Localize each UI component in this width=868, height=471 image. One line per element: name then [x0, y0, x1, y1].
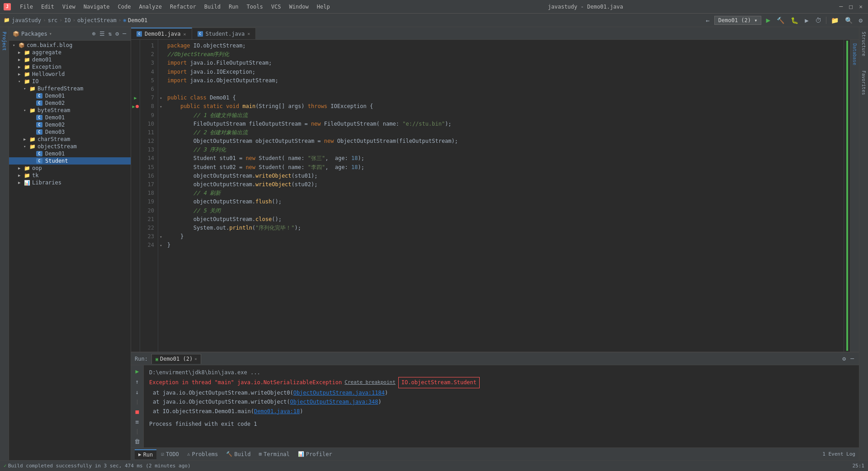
tab-build[interactable]: 🔨 Build	[222, 449, 254, 459]
window-controls: ─ □ ✕	[838, 2, 864, 11]
search-btn[interactable]: 🔍	[843, 16, 854, 25]
list-item[interactable]: ▶ C Demo01	[9, 150, 131, 157]
collapse-btn[interactable]: ☰	[99, 30, 106, 38]
minimize-btn[interactable]: ─	[838, 2, 845, 11]
menu-analyze[interactable]: Analyze	[135, 3, 165, 11]
tab-problems[interactable]: ⚠ Problems	[184, 449, 222, 459]
list-item[interactable]: ▶ C Demo02	[9, 99, 131, 107]
print-btn[interactable]: ≡	[133, 418, 142, 426]
clear-btn[interactable]: 🗑	[133, 437, 142, 446]
tree-label: tk	[32, 172, 38, 179]
code-content[interactable]: package IO.objectStream; //ObjectStream序…	[164, 40, 844, 352]
list-item[interactable]: ▶ 📁 Helloworld	[9, 71, 131, 78]
breadcrumb-src[interactable]: src	[48, 17, 58, 24]
tree-root[interactable]: ▾ 📦 com.baixf.blog	[9, 42, 131, 49]
list-item[interactable]: ▶ C Demo01	[9, 114, 131, 121]
sidebar-title: 📦 Packages ▾	[13, 31, 52, 37]
menu-code[interactable]: Code	[114, 3, 135, 11]
hide-btn[interactable]: ─	[122, 30, 127, 38]
list-item[interactable]: ▶ 📁 aggregate	[9, 49, 131, 56]
breadcrumb-javastudy[interactable]: javaStudy	[12, 17, 41, 24]
coverage-btn[interactable]: ▶	[803, 16, 810, 25]
maximize-btn[interactable]: □	[847, 2, 854, 11]
tab-todo[interactable]: ☑ TODO	[157, 449, 183, 459]
run-gutter-icon[interactable]: ▶	[134, 95, 137, 100]
list-item[interactable]: ▾ 📁 objectStream	[9, 143, 131, 150]
sync-btn[interactable]: ⊕	[91, 30, 97, 38]
stop-btn[interactable]: ■	[133, 407, 142, 416]
build-btn[interactable]: 🔨	[775, 16, 786, 25]
breadcrumb-objectstream[interactable]: objectStream	[77, 17, 117, 24]
tab-student[interactable]: C Student.java ✕	[192, 28, 256, 39]
list-item[interactable]: ▶ 📊 Libraries	[9, 179, 131, 186]
structure-btn[interactable]: Structure	[860, 29, 867, 59]
list-item[interactable]: ▶ 📁 Exception	[9, 63, 131, 71]
run-tab-demo01[interactable]: ▣ Demo01 (2) ✕	[151, 354, 201, 364]
tab-demo01[interactable]: C Demo01.java ✕	[131, 28, 192, 39]
breadcrumb-demo01[interactable]: Demo01	[128, 17, 147, 24]
menu-edit[interactable]: Edit	[38, 3, 58, 11]
dropdown-arrow[interactable]: ▾	[49, 31, 52, 36]
tab-profiler[interactable]: 📊 Profiler	[294, 449, 336, 459]
scroll-bottom-btn[interactable]: ↓	[133, 388, 142, 396]
tab-close-btn[interactable]: ✕	[247, 31, 250, 36]
sidebar-item-student[interactable]: ▶ C Student	[9, 157, 131, 165]
list-item[interactable]: ▶ C Demo03	[9, 128, 131, 136]
folder-icon: 📁	[24, 165, 31, 171]
list-item[interactable]: ▾ 📁 IO	[9, 78, 131, 85]
list-item[interactable]: ▶ 📁 demo01	[9, 56, 131, 63]
stack-link-2[interactable]: ObjectOutputStream.java:348	[290, 399, 378, 405]
run-settings-btn[interactable]: ⚙	[841, 355, 847, 363]
rerun-btn[interactable]: ▶	[133, 367, 142, 376]
menu-help[interactable]: Help	[313, 3, 334, 11]
project-panel-btn[interactable]: Project	[1, 29, 8, 53]
run-gutter-icon2[interactable]: ▶	[132, 104, 135, 109]
list-item[interactable]: ▾ 📁 byteStream	[9, 107, 131, 114]
favorites-btn[interactable]: Favorites	[860, 68, 867, 98]
tree-label: BufferedStream	[38, 85, 83, 92]
sort-btn[interactable]: ⇅	[108, 30, 113, 38]
list-item[interactable]: ▶ 📁 oop	[9, 165, 131, 172]
exit-message-line: Process finished with exit code 1	[149, 419, 854, 429]
folder-btn[interactable]: 📁	[829, 16, 840, 25]
menu-build[interactable]: Build	[201, 3, 224, 11]
run-hide-btn[interactable]: ─	[849, 355, 855, 363]
create-breakpoint-link[interactable]: Create breakpoint	[344, 378, 396, 387]
menu-tools[interactable]: Tools	[243, 3, 267, 11]
expand-arrow: ▾	[24, 86, 29, 91]
list-item[interactable]: ▶ C Demo01	[9, 92, 131, 99]
close-btn[interactable]: ✕	[857, 2, 864, 11]
menu-vcs[interactable]: VCS	[268, 3, 285, 11]
tab-close-btn[interactable]: ✕	[183, 32, 186, 37]
settings-btn[interactable]: ⚙	[857, 16, 864, 25]
run-config-btn[interactable]: Demo01 (2) ▾	[714, 16, 762, 25]
scroll-top-btn[interactable]: ↑	[133, 377, 142, 386]
menu-refactor[interactable]: Refactor	[166, 3, 200, 11]
file-tree: ▾ 📦 com.baixf.blog ▶ 📁 aggregate ▶ 📁 dem…	[9, 41, 131, 460]
tree-label: Libraries	[32, 179, 61, 186]
stack-link-3[interactable]: Demo01.java:18	[254, 408, 300, 414]
database-panel-btn[interactable]: Database	[851, 42, 858, 67]
code-line-13: // 3 序列化	[167, 146, 840, 154]
back-btn[interactable]: ←	[704, 16, 711, 25]
run-tab-close-btn[interactable]: ✕	[194, 357, 197, 361]
menu-window[interactable]: Window	[285, 3, 312, 11]
menu-view[interactable]: View	[59, 3, 79, 11]
event-log-link[interactable]: 1 Event Log	[822, 451, 855, 457]
breadcrumb-io[interactable]: IO	[64, 17, 71, 24]
breakpoint-icon[interactable]	[136, 105, 139, 108]
menu-file[interactable]: File	[16, 3, 37, 11]
list-item[interactable]: ▶ 📁 charStream	[9, 136, 131, 143]
tab-run[interactable]: ▶ Run	[135, 449, 156, 459]
menu-navigate[interactable]: Navigate	[80, 3, 113, 11]
gear-icon[interactable]: ⚙	[114, 30, 120, 38]
list-item[interactable]: ▶ 📁 tk	[9, 172, 131, 179]
menu-run[interactable]: Run	[225, 3, 242, 11]
profile-btn[interactable]: ⏱	[813, 16, 823, 25]
run-btn[interactable]: ▶	[764, 15, 772, 25]
debug-btn[interactable]: 🐛	[789, 16, 800, 25]
list-item[interactable]: ▶ C Demo02	[9, 121, 131, 128]
list-item[interactable]: ▾ 📁 BufferedStream	[9, 85, 131, 92]
tab-terminal[interactable]: ⊞ Terminal	[255, 449, 293, 459]
stack-link-1[interactable]: ObjectOutputStream.java:1184	[293, 390, 385, 396]
